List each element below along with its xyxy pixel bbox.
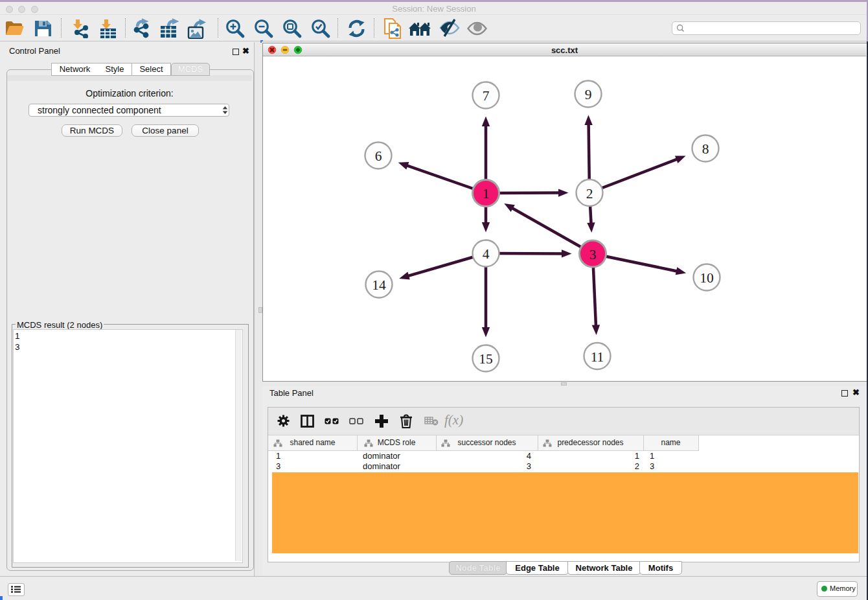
svg-text:9: 9 bbox=[585, 87, 592, 102]
svg-text:10: 10 bbox=[700, 270, 714, 286]
svg-text:6: 6 bbox=[375, 148, 382, 164]
svg-text:11: 11 bbox=[591, 349, 604, 365]
svg-text:15: 15 bbox=[479, 351, 493, 367]
svg-text:14: 14 bbox=[372, 277, 386, 293]
svg-text:3: 3 bbox=[589, 247, 597, 262]
svg-text:4: 4 bbox=[483, 246, 490, 262]
svg-text:7: 7 bbox=[483, 88, 490, 104]
svg-text:8: 8 bbox=[702, 141, 709, 157]
svg-text:2: 2 bbox=[586, 186, 593, 202]
svg-text:1: 1 bbox=[483, 186, 490, 202]
